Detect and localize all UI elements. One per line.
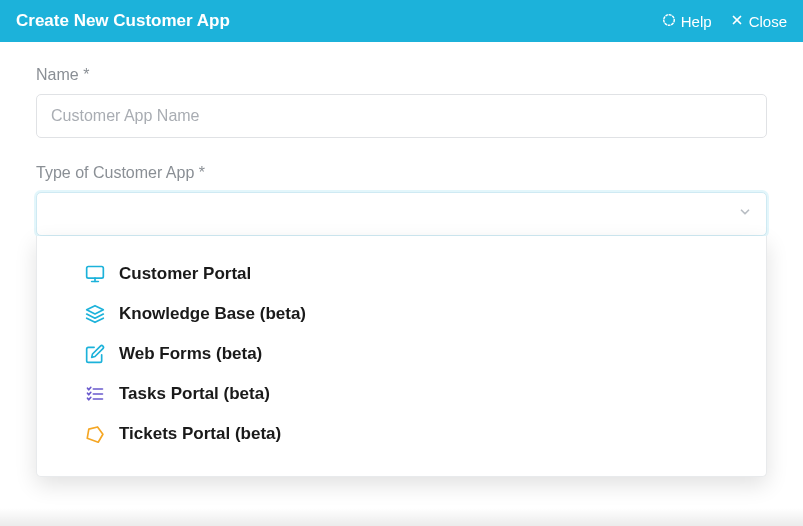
close-icon	[730, 13, 744, 30]
option-label: Customer Portal	[119, 264, 251, 284]
svg-marker-6	[87, 306, 104, 314]
type-select-wrapper: Customer Portal Knowledge Base (beta) We…	[36, 192, 767, 236]
type-dropdown: Customer Portal Knowledge Base (beta) We…	[36, 236, 767, 477]
help-icon	[662, 13, 676, 30]
header-actions: Help Close	[662, 13, 787, 30]
layers-icon	[85, 304, 105, 324]
dialog-title: Create New Customer App	[16, 11, 230, 31]
name-label: Name *	[36, 66, 767, 84]
type-label: Type of Customer App *	[36, 164, 767, 182]
ticket-icon	[85, 424, 105, 444]
monitor-icon	[85, 264, 105, 284]
option-tasks-portal[interactable]: Tasks Portal (beta)	[37, 374, 766, 414]
option-label: Knowledge Base (beta)	[119, 304, 306, 324]
close-label: Close	[749, 13, 787, 30]
help-button[interactable]: Help	[662, 13, 712, 30]
type-select[interactable]	[36, 192, 767, 236]
edit-icon	[85, 344, 105, 364]
help-label: Help	[681, 13, 712, 30]
option-label: Tickets Portal (beta)	[119, 424, 281, 444]
tasks-icon	[85, 384, 105, 404]
option-web-forms[interactable]: Web Forms (beta)	[37, 334, 766, 374]
option-label: Tasks Portal (beta)	[119, 384, 270, 404]
option-tickets-portal[interactable]: Tickets Portal (beta)	[37, 414, 766, 454]
close-button[interactable]: Close	[730, 13, 787, 30]
option-customer-portal[interactable]: Customer Portal	[37, 254, 766, 294]
chevron-down-icon	[738, 205, 752, 223]
dialog-header: Create New Customer App Help Close	[0, 0, 803, 42]
name-field-block: Name *	[36, 66, 767, 138]
dialog-content: Name * Type of Customer App * Customer P…	[0, 42, 803, 236]
svg-rect-3	[87, 267, 104, 279]
name-input[interactable]	[36, 94, 767, 138]
type-field-block: Type of Customer App * Customer Portal	[36, 164, 767, 236]
bottom-shadow	[0, 508, 803, 526]
svg-point-0	[664, 14, 675, 25]
option-label: Web Forms (beta)	[119, 344, 262, 364]
option-knowledge-base[interactable]: Knowledge Base (beta)	[37, 294, 766, 334]
